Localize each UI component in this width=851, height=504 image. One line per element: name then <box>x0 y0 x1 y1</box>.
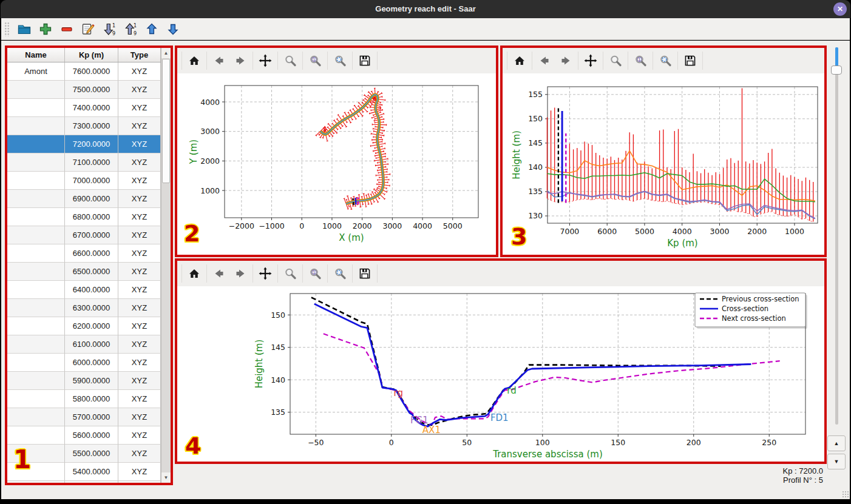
forward-button[interactable] <box>231 52 249 70</box>
back-button[interactable] <box>535 52 554 70</box>
scroll-down-icon[interactable]: ▼ <box>161 472 171 483</box>
remove-button[interactable] <box>59 21 75 37</box>
table-cell <box>7 281 65 299</box>
table-row[interactable]: 7300.0000XYZ <box>7 117 161 135</box>
zoom-1-button[interactable]: 1 <box>306 264 324 283</box>
table-row[interactable]: 6400.0000XYZ <box>7 281 161 299</box>
table-row[interactable]: 6000.0000XYZ <box>7 354 161 372</box>
table-row[interactable]: 6300.0000XYZ <box>7 299 161 317</box>
plot-toolbar: 1 <box>177 48 496 73</box>
home-button[interactable] <box>185 264 203 283</box>
table-row[interactable]: Amont7600.0000XYZ <box>7 62 161 81</box>
back-icon <box>212 53 226 68</box>
table-cell: 5500.0000 <box>65 445 118 463</box>
panel-label-3: 3 <box>511 223 527 250</box>
table-row[interactable]: 7500.0000XYZ <box>7 81 161 99</box>
home-icon <box>187 53 202 68</box>
close-button[interactable]: ✕ <box>833 2 847 16</box>
table-row[interactable]: 5700.0000XYZ <box>7 408 161 426</box>
panel-label-2: 2 <box>184 220 200 247</box>
table-row[interactable]: 6500.0000XYZ <box>7 263 161 281</box>
table-row[interactable]: 5300.0000XYZ <box>7 481 161 483</box>
svg-text:5000: 5000 <box>635 227 654 236</box>
zoom-1-button[interactable]: 1 <box>306 52 324 70</box>
home-icon <box>512 53 527 68</box>
save-button[interactable] <box>356 264 374 283</box>
forward-button[interactable] <box>557 52 575 70</box>
zoom-1-button[interactable]: 1 <box>631 52 649 70</box>
sort-descending-button[interactable]: 19 <box>101 21 117 37</box>
toolbar-drag-handle[interactable] <box>4 22 10 36</box>
table-cell <box>7 408 65 426</box>
table-row[interactable]: 7100.0000XYZ <box>7 153 161 172</box>
table-row[interactable]: 7400.0000XYZ <box>7 99 161 117</box>
table-row[interactable]: 7000.0000XYZ <box>7 172 161 190</box>
table-cell <box>7 117 65 135</box>
profile-slider-track[interactable] <box>835 47 838 425</box>
legend-entry: Cross-section <box>722 304 768 313</box>
plan-view-plot[interactable]: −2000−1000010002000300040005000100020003… <box>177 73 496 255</box>
zoom-button[interactable] <box>281 52 299 70</box>
table-cell <box>7 172 65 190</box>
profile-down-button[interactable]: ▼ <box>827 454 846 469</box>
table-row[interactable]: 5900.0000XYZ <box>7 372 161 390</box>
table-row[interactable]: 6900.0000XYZ <box>7 190 161 208</box>
move-up-button[interactable] <box>144 21 160 37</box>
zoom-fit-button[interactable] <box>656 52 674 70</box>
pan-icon <box>258 266 273 281</box>
table-cell: XYZ <box>118 226 161 244</box>
table-row[interactable]: 6600.0000XYZ <box>7 244 161 263</box>
table-cell: 5700.0000 <box>65 408 118 426</box>
table-row[interactable]: 7200.0000XYZ <box>7 135 161 153</box>
table-row[interactable]: 6700.0000XYZ <box>7 226 161 244</box>
column-header-type[interactable]: Type <box>118 48 161 62</box>
forward-button[interactable] <box>231 264 249 283</box>
table-cell: XYZ <box>118 281 161 299</box>
table-row[interactable]: 5600.0000XYZ <box>7 426 161 445</box>
long-profile-plot[interactable]: 7000600050004000300020001000130135140145… <box>503 73 824 255</box>
home-button[interactable] <box>510 52 529 70</box>
open-folder-button[interactable] <box>16 21 32 37</box>
column-header-kp[interactable]: Kp (m) <box>65 48 118 62</box>
home-button[interactable] <box>185 52 203 70</box>
table-cell: XYZ <box>118 354 161 372</box>
svg-text:1000: 1000 <box>322 221 342 230</box>
zoom-fit-button[interactable] <box>331 264 349 283</box>
sort-ascending-button[interactable]: 19 <box>123 21 138 37</box>
resize-grip[interactable] <box>842 491 849 498</box>
scroll-up-icon[interactable]: ▲ <box>161 48 171 58</box>
move-down-button[interactable] <box>165 21 181 37</box>
add-button[interactable] <box>38 21 53 37</box>
back-button[interactable] <box>210 264 228 283</box>
pan-button[interactable] <box>256 264 274 283</box>
sort-descending-icon: 19 <box>102 22 117 36</box>
save-button[interactable] <box>356 52 374 70</box>
svg-text:1: 1 <box>638 57 641 62</box>
table-row[interactable]: 6200.0000XYZ <box>7 317 161 335</box>
table-row[interactable]: 6800.0000XYZ <box>7 208 161 226</box>
back-button[interactable] <box>210 52 228 70</box>
save-button[interactable] <box>681 52 699 70</box>
table-row[interactable]: 6100.0000XYZ <box>7 335 161 354</box>
table-cell <box>7 317 65 335</box>
pan-button[interactable] <box>256 52 274 70</box>
zoom-button[interactable] <box>281 264 299 283</box>
title-bar[interactable]: Geometry reach edit - Saar ✕ <box>1 0 850 18</box>
svg-text:5000: 5000 <box>443 221 463 230</box>
profile-up-button[interactable]: ▲ <box>827 435 846 451</box>
cross-section-plot[interactable]: −50050100150200250135140145150Transverse… <box>177 286 824 462</box>
zoom-button[interactable] <box>606 52 625 70</box>
table-cell <box>7 99 65 117</box>
edit-button[interactable] <box>80 21 96 37</box>
pan-button[interactable] <box>581 52 600 70</box>
column-header-name[interactable]: Name <box>7 48 65 62</box>
window-title: Geometry reach edit - Saar <box>1 0 850 18</box>
profile-slider-handle[interactable] <box>831 66 842 75</box>
table-cell <box>7 426 65 445</box>
table-scrollbar[interactable]: ▲ ▼ <box>161 48 171 483</box>
zoom-fit-button[interactable] <box>331 52 349 70</box>
zoom-icon <box>283 53 297 68</box>
table-row[interactable]: 5800.0000XYZ <box>7 390 161 408</box>
scrollbar-thumb[interactable] <box>162 59 170 183</box>
svg-text:2000: 2000 <box>353 221 372 230</box>
